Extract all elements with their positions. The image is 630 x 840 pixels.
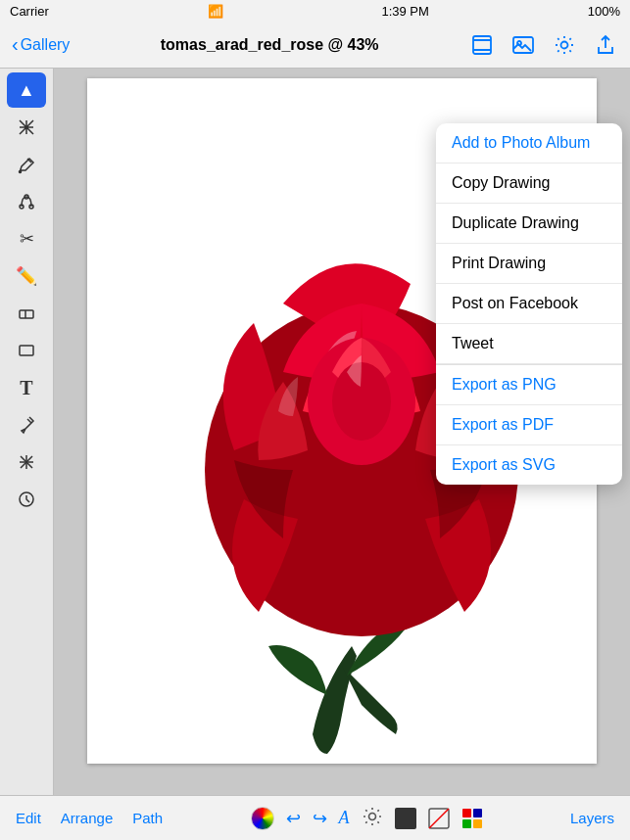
svg-line-17	[429, 809, 449, 828]
rectangle-tool[interactable]	[7, 333, 46, 368]
dropdown-menu: Add to Photo Album Copy Drawing Duplicat…	[436, 123, 622, 485]
svg-rect-18	[462, 809, 471, 817]
battery-label: 100%	[588, 4, 620, 19]
export-pdf-item[interactable]: Export as PDF	[436, 405, 622, 445]
svg-rect-19	[473, 809, 482, 817]
select-tool[interactable]: ▲	[7, 72, 46, 108]
pencil-tool[interactable]: ✏️	[7, 258, 46, 294]
export-svg-item[interactable]: Export as SVG	[436, 445, 622, 485]
redo-button[interactable]: ↪	[313, 808, 327, 829]
color-picker-icon[interactable]	[251, 807, 274, 830]
svg-rect-8	[20, 310, 33, 318]
frame-icon[interactable]	[469, 32, 495, 58]
left-toolbar: ▲ ✂ ✏️	[0, 69, 54, 795]
settings-icon[interactable]	[552, 32, 577, 58]
svg-rect-21	[473, 819, 482, 828]
history-tool[interactable]	[7, 482, 46, 517]
chevron-left-icon: ‹	[12, 33, 19, 56]
settings-bottom-icon[interactable]	[362, 806, 383, 831]
node-tool[interactable]	[7, 184, 46, 219]
nav-actions	[469, 32, 618, 58]
svg-point-14	[332, 362, 391, 441]
bottom-toolbar: Edit Arrange Path ↩ ↪ A	[0, 795, 630, 840]
add-to-photo-album-item[interactable]: Add to Photo Album	[436, 123, 622, 163]
post-on-facebook-item[interactable]: Post on Facebook	[436, 284, 622, 324]
photo-icon[interactable]	[510, 32, 536, 58]
undo-button[interactable]: ↩	[286, 808, 301, 829]
status-bar: Carrier 📶 1:39 PM 100%	[0, 0, 630, 22]
arrange-button[interactable]: Arrange	[61, 810, 113, 826]
scissors-tool[interactable]: ✂	[7, 221, 46, 257]
nav-bar: ‹ Gallery tomas_arad_red_rose @ 43%	[0, 22, 630, 69]
wifi-icon: 📶	[208, 4, 223, 19]
nav-title: tomas_arad_red_rose @ 43%	[161, 36, 379, 54]
svg-rect-10	[20, 346, 33, 355]
share-icon[interactable]	[593, 32, 618, 58]
edit-button[interactable]: Edit	[16, 810, 41, 826]
time-label: 1:39 PM	[381, 4, 428, 19]
eyedropper-tool[interactable]	[7, 407, 46, 443]
eraser-tool[interactable]	[7, 296, 46, 331]
pen-tool[interactable]	[7, 147, 46, 182]
text-style-icon[interactable]: A	[339, 808, 350, 828]
copy-drawing-item[interactable]: Copy Drawing	[436, 163, 622, 204]
stroke-icon[interactable]	[428, 808, 450, 829]
carrier-label: Carrier	[10, 4, 49, 19]
svg-point-4	[20, 171, 22, 173]
back-button[interactable]: ‹ Gallery	[12, 33, 70, 56]
zoom-tool[interactable]	[7, 444, 46, 480]
print-drawing-item[interactable]: Print Drawing	[436, 244, 622, 284]
svg-rect-20	[462, 819, 471, 828]
duplicate-drawing-item[interactable]: Duplicate Drawing	[436, 204, 622, 244]
layers-button[interactable]: Layers	[570, 810, 614, 826]
back-label: Gallery	[21, 36, 71, 54]
svg-point-15	[368, 813, 375, 819]
main-area: ▲ ✂ ✏️	[0, 69, 630, 795]
layers-colors-icon[interactable]	[461, 808, 483, 829]
export-png-item[interactable]: Export as PNG	[436, 365, 622, 405]
svg-rect-0	[473, 36, 491, 54]
path-button[interactable]: Path	[132, 810, 163, 826]
bottom-center-group: ↩ ↪ A	[251, 806, 483, 831]
transform-tool[interactable]	[7, 110, 46, 145]
svg-point-3	[561, 41, 568, 48]
bottom-left-group: Edit Arrange Path	[16, 810, 163, 826]
fill-color-icon[interactable]	[395, 808, 416, 829]
tweet-item[interactable]: Tweet	[436, 324, 622, 364]
text-tool[interactable]: T	[7, 370, 46, 405]
